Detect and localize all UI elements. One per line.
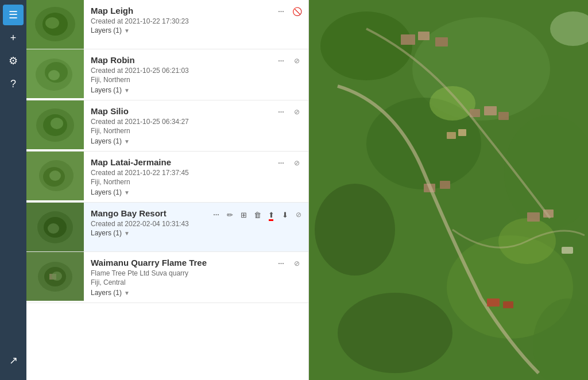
map-location: Fiji, Central xyxy=(91,278,301,286)
list-item: Map Silio Created at 2021-10-25 06:34:27… xyxy=(26,100,308,152)
layers-label: Layers (1) xyxy=(91,229,122,237)
map-date: Created at 2021-10-22 17:30:23 xyxy=(91,17,301,25)
hide-button[interactable]: ⊘ xyxy=(290,105,304,119)
map-background xyxy=(309,0,588,380)
map-date: Created at 2021-10-25 06:21:03 xyxy=(91,67,301,75)
map-layers[interactable]: Layers (1) ▼ xyxy=(91,137,301,145)
map-thumbnail[interactable] xyxy=(26,49,84,98)
chevron-down-icon: ▼ xyxy=(124,189,130,196)
share-icon: ⬆ xyxy=(268,211,274,219)
eye-slash-icon: ⊘ xyxy=(296,211,301,219)
chevron-down-icon: ▼ xyxy=(124,290,130,296)
add-button[interactable]: + xyxy=(3,28,24,48)
map-name[interactable]: Map Leigh xyxy=(91,6,301,15)
map-thumbnail[interactable] xyxy=(26,0,84,49)
sidebar: ☰ + ⚙ ? ↗ xyxy=(0,0,26,380)
map-date: Flame Tree Pte Ltd Suva quarry xyxy=(91,269,301,277)
svg-point-15 xyxy=(49,170,61,181)
list-item: Map Latai-Jermaine Created at 2021-10-22… xyxy=(26,152,308,203)
map-layers[interactable]: Layers (1) ▼ xyxy=(91,188,301,196)
map-thumbnail[interactable] xyxy=(26,100,84,149)
eye-slash-icon: 🚫 xyxy=(292,7,302,16)
eye-slash-icon: ⊘ xyxy=(294,57,300,65)
svg-point-3 xyxy=(45,17,59,29)
svg-point-7 xyxy=(48,70,60,80)
hide-button[interactable]: ⊘ xyxy=(292,208,305,221)
list-item: Mango Bay Resort Created at 2022-02-04 1… xyxy=(26,203,308,252)
map-layers[interactable]: Layers (1) ▼ xyxy=(91,289,301,297)
map-layers[interactable]: Layers (1) ▼ xyxy=(91,86,301,94)
map-name[interactable]: Map Robin xyxy=(91,55,301,65)
hide-button[interactable]: ⊘ xyxy=(290,54,304,68)
map-actions: ··· ⊘ xyxy=(274,156,304,170)
export-button[interactable]: ↗ xyxy=(3,350,24,371)
chevron-down-icon: ▼ xyxy=(124,87,130,94)
layers-label: Layers (1) xyxy=(91,137,122,145)
map-actions: ··· 🚫 xyxy=(274,5,304,18)
layers-label: Layers (1) xyxy=(91,188,122,196)
eye-slash-icon: ⊘ xyxy=(294,108,300,116)
more-options-button[interactable]: ··· xyxy=(274,54,288,68)
thumbnail-image xyxy=(26,100,84,149)
thumbnail-image xyxy=(26,49,84,98)
chevron-down-icon: ▼ xyxy=(124,28,130,34)
thumbnail-image xyxy=(26,203,84,251)
hide-button[interactable]: ⊘ xyxy=(290,257,304,270)
more-options-button[interactable]: ··· xyxy=(210,208,222,221)
map-name[interactable]: Map Silio xyxy=(91,106,301,116)
add-layer-button[interactable]: ⊞ xyxy=(237,208,250,221)
map-actions: ··· ✏ ⊞ 🗑 ⬆ ⬇ ⊘ xyxy=(210,208,305,221)
map-date: Created at 2021-10-22 17:37:45 xyxy=(91,169,301,177)
list-item: Map Leigh Created at 2021-10-22 17:30:23… xyxy=(26,0,308,49)
map-date: Created at 2022-02-04 10:31:43 xyxy=(91,220,301,228)
more-options-button[interactable]: ··· xyxy=(274,105,288,119)
map-name[interactable]: Map Latai-Jermaine xyxy=(91,157,301,167)
chevron-down-icon: ▼ xyxy=(124,138,130,145)
list-item: Map Robin Created at 2021-10-25 06:21:03… xyxy=(26,49,308,100)
hide-button[interactable]: 🚫 xyxy=(290,5,304,18)
svg-point-24 xyxy=(52,272,62,281)
hide-button[interactable]: ⊘ xyxy=(290,156,304,170)
map-location: Fiji, Northern xyxy=(91,178,301,186)
map-actions: ··· ⊘ xyxy=(274,105,304,119)
map-list-panel: Map Leigh Created at 2021-10-22 17:30:23… xyxy=(26,0,309,380)
map-actions: ··· ⊘ xyxy=(274,54,304,68)
menu-button[interactable]: ☰ xyxy=(3,5,24,25)
map-location: Fiji, Northern xyxy=(91,76,301,84)
svg-point-11 xyxy=(51,118,63,129)
share-button[interactable]: ⬆ xyxy=(265,208,277,221)
map-thumbnail[interactable] xyxy=(26,252,84,301)
map-thumbnail[interactable] xyxy=(26,152,84,200)
more-options-button[interactable]: ··· xyxy=(274,5,288,18)
more-options-button[interactable]: ··· xyxy=(274,257,288,270)
map-actions: ··· ⊘ xyxy=(274,257,304,270)
delete-button[interactable]: 🗑 xyxy=(251,208,264,221)
map-thumbnail[interactable] xyxy=(26,203,84,251)
map-view[interactable] xyxy=(309,0,588,380)
thumbnail-image xyxy=(26,0,84,49)
map-date: Created at 2021-10-25 06:34:27 xyxy=(91,118,301,126)
eye-slash-icon: ⊘ xyxy=(294,259,300,267)
add-icon: + xyxy=(10,32,17,44)
settings-button[interactable]: ⚙ xyxy=(3,51,24,71)
export-icon: ↗ xyxy=(9,354,18,367)
help-button[interactable]: ? xyxy=(3,73,24,94)
chevron-down-icon: ▼ xyxy=(124,230,130,236)
more-options-button[interactable]: ··· xyxy=(274,156,288,170)
list-item: Waimanu Quarry Flame Tree Flame Tree Pte… xyxy=(26,252,308,303)
map-name[interactable]: Waimanu Quarry Flame Tree xyxy=(91,258,301,267)
map-layers[interactable]: Layers (1) ▼ xyxy=(91,229,301,237)
menu-icon: ☰ xyxy=(9,9,18,21)
eye-slash-icon: ⊘ xyxy=(294,159,300,167)
map-location: Fiji, Northern xyxy=(91,127,301,135)
thumbnail-image xyxy=(26,152,84,200)
help-icon: ? xyxy=(10,78,16,90)
svg-point-19 xyxy=(48,223,59,234)
thumbnail-image xyxy=(26,252,84,301)
map-layers[interactable]: Layers (1) ▼ xyxy=(91,26,301,34)
download-button[interactable]: ⬇ xyxy=(278,208,291,221)
edit-button[interactable]: ✏ xyxy=(223,208,236,221)
gear-icon: ⚙ xyxy=(9,55,18,67)
layers-label: Layers (1) xyxy=(91,289,122,297)
layers-label: Layers (1) xyxy=(91,26,122,34)
